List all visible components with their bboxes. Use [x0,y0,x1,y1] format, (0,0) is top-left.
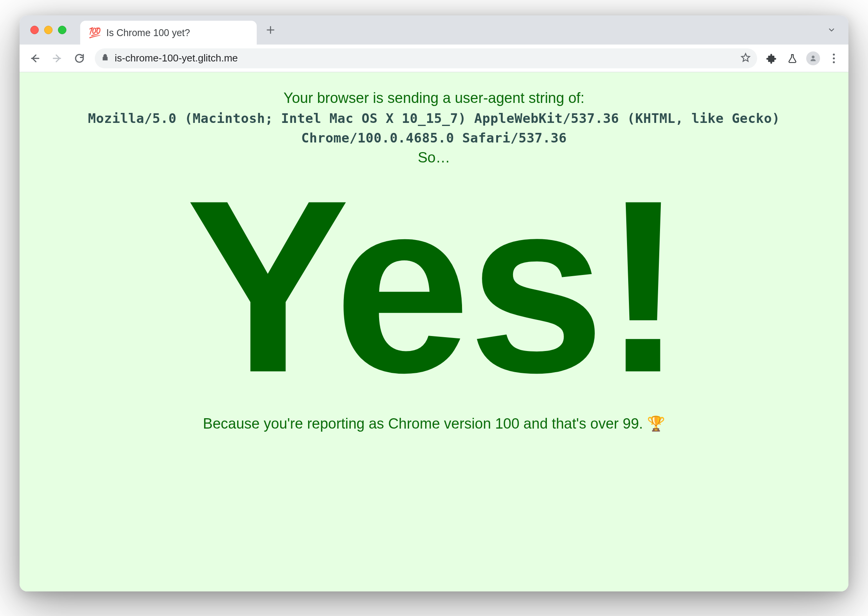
close-tab-button[interactable] [247,26,250,39]
page-content: Your browser is sending a user-agent str… [20,72,848,591]
close-window-button[interactable] [30,26,39,34]
tab-search-button[interactable] [824,22,839,38]
bookmark-star-icon[interactable] [740,52,751,65]
lock-icon[interactable] [101,53,109,63]
forward-button[interactable] [47,48,67,68]
experiments-flask-icon[interactable] [783,49,802,68]
new-tab-button[interactable] [261,21,280,39]
back-button[interactable] [25,48,45,68]
user-agent-string: Mozilla/5.0 (Macintosh; Intel Mac OS X 1… [35,109,833,148]
extensions-button[interactable] [762,49,781,68]
maximize-window-button[interactable] [58,26,66,34]
browser-window: 💯 Is Chrome 100 yet? [20,15,848,591]
svg-point-2 [833,61,835,63]
reload-button[interactable] [69,48,89,68]
intro-text: Your browser is sending a user-agent str… [20,90,848,106]
tab-title: Is Chrome 100 yet? [106,27,241,38]
tab-strip: 💯 Is Chrome 100 yet? [20,15,848,45]
browser-toolbar: is-chrome-100-yet.glitch.me [20,45,848,72]
url-text: is-chrome-100-yet.glitch.me [115,52,735,64]
window-controls [25,26,70,34]
chrome-menu-button[interactable] [825,49,843,68]
reason-text: Because you're reporting as Chrome versi… [20,415,848,432]
answer-heading: Yes! [20,174,848,400]
minimize-window-button[interactable] [44,26,53,34]
active-tab[interactable]: 💯 Is Chrome 100 yet? [80,21,257,45]
profile-avatar-button[interactable] [804,49,822,68]
svg-point-0 [833,53,835,55]
hundred-points-icon: 💯 [89,28,101,38]
address-bar[interactable]: is-chrome-100-yet.glitch.me [95,48,757,68]
svg-point-1 [833,57,835,59]
